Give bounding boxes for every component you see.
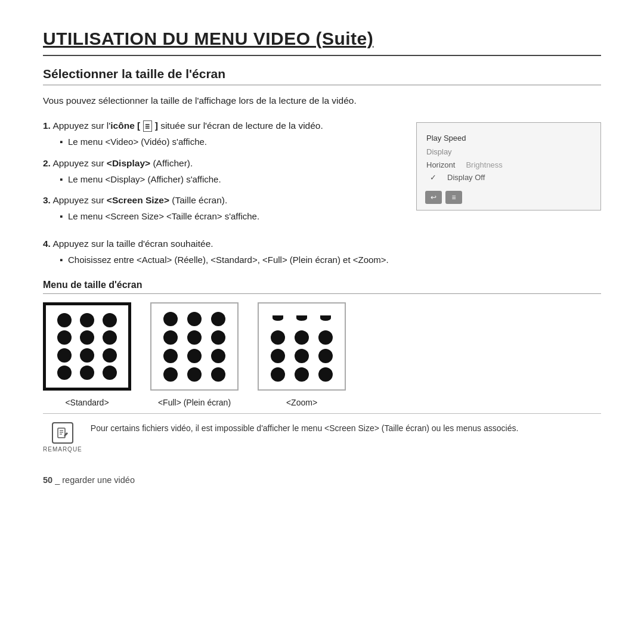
diagram-standard-box bbox=[43, 302, 131, 391]
dot bbox=[57, 330, 72, 345]
note-icon bbox=[52, 422, 73, 444]
step-3-text: 3. Appuyez sur <Screen Size> (Taille écr… bbox=[43, 193, 397, 208]
note-label: REMARQUE bbox=[43, 446, 82, 453]
step-1: 1. Appuyez sur l'icône [ ≡ ] située sur … bbox=[43, 119, 397, 149]
sub-section-title: Menu de taille d'écran bbox=[43, 280, 601, 294]
menu-back-button[interactable]: ↩ bbox=[425, 191, 442, 204]
diagram-full: <Full> (Plein écran) bbox=[150, 302, 239, 407]
menu-checkmark-icon: ✓ bbox=[430, 173, 436, 182]
step-3-num: 3. bbox=[43, 195, 51, 205]
screen-diagrams: <Standard> <Full> (Plein écran) bbox=[43, 302, 601, 407]
dot bbox=[80, 330, 94, 345]
step-4-text: 4. Appuyez sur la taille d'écran souhait… bbox=[43, 237, 601, 251]
main-title: UTILISATION DU MENU VIDEO (Suite) bbox=[43, 29, 601, 56]
step-2-text: 2. Appuyez sur <Display> (Afficher). bbox=[43, 156, 397, 171]
dot bbox=[295, 330, 309, 345]
dot bbox=[211, 367, 225, 382]
dot bbox=[163, 330, 178, 345]
menu-bottom-bar: ↩ ≡ bbox=[425, 191, 590, 204]
menu-icon-button[interactable]: ≡ bbox=[445, 191, 462, 204]
diagram-full-box bbox=[150, 302, 239, 391]
dot bbox=[318, 367, 333, 382]
dot bbox=[163, 312, 178, 326]
step-4: 4. Appuyez sur la taille d'écran souhait… bbox=[43, 237, 601, 267]
dot bbox=[295, 349, 309, 363]
menu-display-off-row: ✓ Display Off bbox=[425, 171, 590, 184]
dot bbox=[80, 348, 94, 363]
menu-horizont-row: Horizont Brightness bbox=[425, 159, 590, 171]
diagram-standard-label: <Standard> bbox=[65, 398, 109, 407]
menu-screenshot: Play Speed Display Horizont Brightness ✓… bbox=[416, 122, 601, 210]
note-icon-block: REMARQUE bbox=[43, 422, 82, 453]
section-title: Sélectionner la taille de l'écran bbox=[43, 67, 601, 85]
step-4-sub: Choisissez entre <Actual> (Réelle), <Sta… bbox=[60, 253, 601, 267]
menu-display: Display bbox=[425, 145, 590, 159]
dot bbox=[271, 367, 285, 382]
dot bbox=[80, 366, 94, 380]
footer-page-number: 50 bbox=[43, 475, 52, 485]
footer: 50 _ regarder une vidéo bbox=[43, 475, 601, 485]
diagram-full-label: <Full> (Plein écran) bbox=[158, 398, 231, 407]
menu-horizont-label: Horizont bbox=[426, 160, 455, 169]
menu-display-off-label: Display Off bbox=[447, 173, 485, 182]
dot bbox=[80, 313, 94, 327]
menu-play-speed: Play Speed bbox=[425, 131, 590, 145]
step-4-num: 4. bbox=[43, 239, 51, 249]
steps-list: 1. Appuyez sur l'icône [ ≡ ] située sur … bbox=[43, 119, 397, 231]
menu-image-container: Play Speed Display Horizont Brightness ✓… bbox=[416, 122, 601, 210]
dot bbox=[211, 330, 225, 345]
dot bbox=[187, 312, 202, 326]
dot bbox=[211, 349, 225, 363]
diagram-zoom: <Zoom> bbox=[258, 302, 346, 407]
steps-and-image: 1. Appuyez sur l'icône [ ≡ ] située sur … bbox=[43, 119, 601, 231]
menu-brightness-label: Brightness bbox=[466, 160, 502, 169]
dot-partial bbox=[320, 315, 331, 321]
dot bbox=[103, 348, 117, 363]
step-1-text: 1. Appuyez sur l'icône [ ≡ ] située sur … bbox=[43, 119, 397, 133]
dot bbox=[57, 313, 72, 327]
dot bbox=[57, 366, 72, 380]
dot bbox=[295, 367, 309, 382]
diagram-zoom-box bbox=[258, 302, 346, 391]
step-2-num: 2. bbox=[43, 158, 51, 168]
dot bbox=[211, 312, 225, 326]
dot bbox=[318, 349, 333, 363]
note-svg-icon bbox=[56, 426, 69, 439]
dot bbox=[271, 330, 285, 345]
diagram-standard: <Standard> bbox=[43, 302, 131, 407]
dot bbox=[103, 366, 117, 380]
step-2-sub: Le menu <Display> (Afficher) s'affiche. bbox=[60, 173, 397, 187]
dot bbox=[103, 330, 117, 345]
step-2: 2. Appuyez sur <Display> (Afficher). Le … bbox=[43, 156, 397, 187]
dot bbox=[318, 330, 333, 345]
diagram-zoom-label: <Zoom> bbox=[286, 398, 317, 407]
dot-partial bbox=[273, 315, 283, 321]
dot bbox=[57, 348, 72, 363]
step-3: 3. Appuyez sur <Screen Size> (Taille écr… bbox=[43, 193, 397, 224]
step-3-sub: Le menu <Screen Size> <Taille écran> s'a… bbox=[60, 210, 397, 224]
dot bbox=[271, 349, 285, 363]
note-box: REMARQUE Pour certains fichiers vidéo, i… bbox=[43, 413, 601, 453]
dot bbox=[163, 367, 178, 382]
step-1-num: 1. bbox=[43, 120, 51, 131]
dot bbox=[103, 313, 117, 327]
step-1-sub: Le menu <Video> (Vidéo) s'affiche. bbox=[60, 135, 397, 149]
dot bbox=[187, 367, 202, 382]
dot bbox=[163, 349, 178, 363]
dot bbox=[187, 330, 202, 345]
note-text: Pour certains fichiers vidéo, il est imp… bbox=[91, 422, 519, 435]
dot bbox=[187, 349, 202, 363]
intro-text: Vous pouvez sélectionner la taille de l'… bbox=[43, 94, 601, 108]
footer-text: _ regarder une vidéo bbox=[52, 475, 135, 485]
dot-partial bbox=[296, 315, 307, 321]
